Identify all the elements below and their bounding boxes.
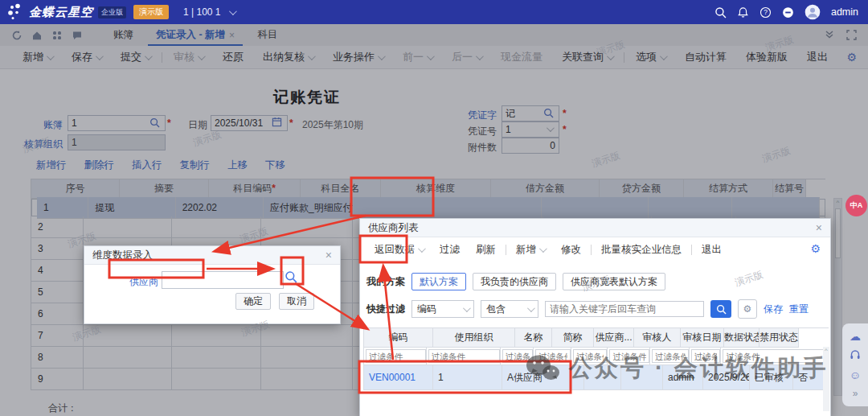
dialog-titlebar: 维度数据录入 × bbox=[84, 246, 340, 265]
plan-button[interactable]: 默认方案 bbox=[411, 273, 466, 290]
supplier-header-cell[interactable]: 禁用状态 bbox=[760, 328, 799, 348]
toolbar-button-label: 刷新 bbox=[476, 243, 496, 257]
column-filter-input[interactable] bbox=[691, 349, 721, 363]
top-bar: 金蝶云星空 企业版 演示版 1 | 100 1 ? admin bbox=[0, 0, 868, 24]
translate-widget-icon[interactable]: 中A bbox=[845, 195, 867, 216]
chevron-down-icon bbox=[463, 304, 471, 312]
helper-widget-panel: ☁ ☺ » bbox=[842, 323, 868, 406]
reset-filter-link[interactable]: 重置 bbox=[789, 303, 809, 316]
dimension-entry-dialog: 维度数据录入 × 供应商 确定 取消 bbox=[84, 245, 341, 324]
column-filter-input[interactable] bbox=[428, 349, 500, 363]
supplier-table: 编码 使用组织 名称 简称 供应商... 审核人 审核日期 数据状态 禁用状态 bbox=[363, 327, 829, 390]
toolbar-button[interactable]: 刷新 bbox=[468, 243, 504, 257]
app-brand: 金蝶云星空 bbox=[29, 5, 93, 20]
kingdee-logo-icon bbox=[6, 3, 24, 21]
filter-plans-row: 我的方案 默认方案 我负责的供应商 供应商宽表默认方案 bbox=[366, 273, 665, 290]
toolbar-button-label: 退出 bbox=[702, 243, 722, 257]
toolbar-button[interactable]: 退出 bbox=[694, 243, 730, 257]
search-icon[interactable] bbox=[714, 6, 727, 19]
avatar[interactable] bbox=[805, 4, 821, 20]
demo-badge: 演示版 bbox=[133, 5, 169, 19]
edition-badge: 企业版 bbox=[98, 6, 126, 19]
plan-button[interactable]: 供应商宽表默认方案 bbox=[563, 273, 665, 290]
column-filter-input[interactable] bbox=[573, 349, 607, 363]
filter-cell bbox=[721, 348, 829, 365]
supplier-toolbar: 返回数据 过滤 刷新 bbox=[360, 238, 830, 261]
toolbar-button[interactable]: 修改 bbox=[553, 243, 589, 257]
table-row[interactable]: VEN00001 1 A供应商 admin 2025/9/26 已审核 否 bbox=[364, 365, 829, 390]
toolbar-button-label: 返回数据 bbox=[375, 243, 415, 257]
plan-button[interactable]: 我负责的供应商 bbox=[473, 273, 556, 290]
supplier-header-cell[interactable]: 简称 bbox=[552, 328, 594, 348]
app-window: 金蝶云星空 企业版 演示版 1 | 100 1 ? admin bbox=[0, 0, 868, 416]
bell-icon[interactable] bbox=[737, 6, 749, 19]
toolbar-button[interactable]: 新增 bbox=[508, 243, 553, 257]
chevron-down-icon bbox=[539, 245, 547, 253]
list-settings-gear-icon[interactable]: ⚙ bbox=[810, 243, 821, 254]
supplier-header-cell[interactable]: 数据状态 bbox=[724, 328, 760, 348]
toolbar-button-label: 批量核实企业信息 bbox=[601, 243, 682, 257]
filter-gear-icon[interactable]: ⚙ bbox=[738, 299, 757, 319]
dialog-title: 供应商列表 bbox=[368, 221, 419, 235]
close-icon[interactable]: × bbox=[326, 249, 332, 262]
supplier-header-cell[interactable]: 编码 bbox=[364, 328, 433, 348]
keyword-input[interactable] bbox=[545, 301, 704, 317]
column-filter-input[interactable] bbox=[723, 349, 828, 363]
column-filter-input[interactable] bbox=[366, 349, 426, 363]
supplier-header-row: 编码 使用组织 名称 简称 供应商... 审核人 审核日期 数据状态 禁用状态 bbox=[364, 328, 829, 348]
supplier-list-dialog: 供应商列表 × 返回数据 过滤 bbox=[359, 218, 831, 416]
cancel-button[interactable]: 取消 bbox=[279, 293, 314, 310]
quick-filter-row: 快捷过滤 编码 包含 ⚙ 保存 重置 bbox=[366, 299, 809, 319]
column-filter-input[interactable] bbox=[502, 349, 534, 363]
ok-button[interactable]: 确定 bbox=[235, 293, 271, 310]
filter-field-select[interactable]: 编码 bbox=[411, 300, 474, 318]
supplier-field-label: 供应商 bbox=[129, 275, 158, 289]
chevron-down-icon bbox=[228, 7, 236, 15]
smiley-feedback-icon[interactable]: ☺ bbox=[850, 369, 861, 381]
org-switcher[interactable]: 1 | 100 1 bbox=[183, 6, 235, 18]
dialog-title: 维度数据录入 bbox=[92, 249, 153, 262]
cloud-icon[interactable]: ☁ bbox=[850, 331, 861, 342]
supplier-header-cell[interactable]: 审核日期 bbox=[681, 328, 724, 348]
filter-cell bbox=[501, 348, 534, 365]
filter-cell bbox=[534, 348, 571, 365]
chevron-down-icon bbox=[418, 245, 426, 253]
org-switcher-label: 1 | 100 1 bbox=[183, 6, 221, 18]
search-button[interactable] bbox=[710, 300, 731, 318]
toolbar-button-label: 修改 bbox=[561, 243, 581, 257]
column-filter-input[interactable] bbox=[652, 349, 689, 363]
supplier-lookup-icon[interactable] bbox=[285, 270, 297, 283]
more-chevron-icon[interactable]: » bbox=[853, 388, 858, 399]
toolbar-separator bbox=[691, 245, 692, 255]
filter-cell bbox=[690, 348, 722, 365]
minimize-circle-icon[interactable] bbox=[782, 6, 794, 19]
svg-text:?: ? bbox=[764, 8, 768, 16]
supplier-field-input[interactable] bbox=[162, 271, 284, 289]
supplier-header-cell[interactable]: 使用组织 bbox=[433, 328, 515, 348]
save-filter-link[interactable]: 保存 bbox=[764, 303, 783, 316]
toolbar-separator bbox=[506, 245, 506, 255]
quick-filter-label: 快捷过滤 bbox=[366, 303, 405, 316]
supplier-code-cell: VEN00001 bbox=[364, 365, 433, 390]
help-icon[interactable]: ? bbox=[760, 6, 772, 19]
toolbar-button[interactable]: 返回数据 bbox=[366, 243, 432, 257]
supplier-table-body: VEN00001 1 A供应商 admin 2025/9/26 已审核 否 bbox=[364, 365, 829, 390]
dialog-titlebar: 供应商列表 × bbox=[360, 219, 830, 237]
filter-cell bbox=[571, 348, 608, 365]
headset-icon[interactable] bbox=[850, 349, 861, 361]
column-filter-input[interactable] bbox=[609, 349, 649, 363]
filter-operator-select[interactable]: 包含 bbox=[481, 300, 538, 318]
plan-buttons: 默认方案 我负责的供应商 供应商宽表默认方案 bbox=[411, 273, 665, 290]
toolbar-button[interactable]: 过滤 bbox=[432, 243, 468, 257]
toolbar-button[interactable]: 批量核实企业信息 bbox=[593, 243, 690, 257]
username[interactable]: admin bbox=[831, 6, 858, 18]
close-icon[interactable]: × bbox=[816, 221, 822, 234]
supplier-header-cell[interactable]: 审核人 bbox=[634, 328, 681, 348]
toolbar-button-label: 新增 bbox=[516, 243, 536, 257]
supplier-table-scrollbar[interactable]: ^ bbox=[823, 347, 829, 411]
supplier-header-cell[interactable]: 名称 bbox=[515, 328, 552, 348]
filter-cell bbox=[650, 348, 690, 365]
supplier-header-cell[interactable]: 供应商... bbox=[594, 328, 634, 348]
column-filter-input[interactable] bbox=[535, 349, 571, 363]
plans-label: 我的方案 bbox=[366, 275, 405, 289]
